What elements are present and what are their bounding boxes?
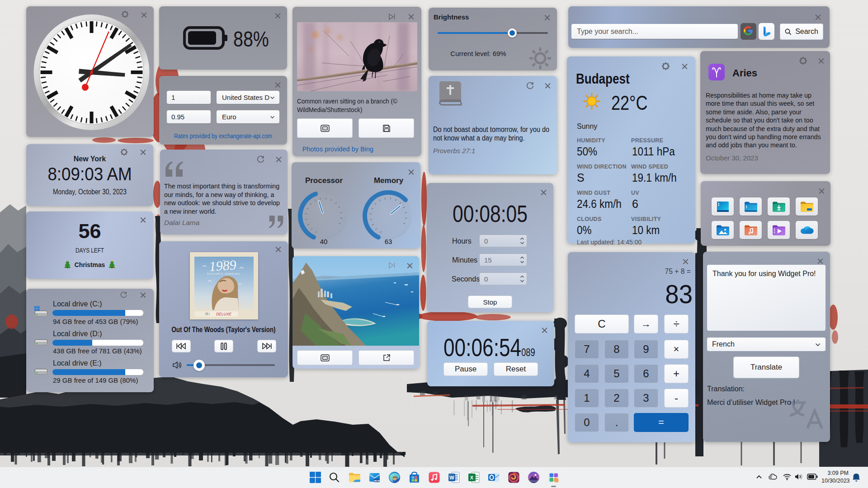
svg-text:NEW: NEW xyxy=(374,479,380,482)
svg-text:X: X xyxy=(470,475,474,480)
svg-text:W: W xyxy=(449,475,454,480)
svg-text:DELUXE: DELUXE xyxy=(216,312,231,316)
svg-text:1989: 1989 xyxy=(208,257,236,274)
svg-text:63: 63 xyxy=(385,238,392,245)
svg-text:TAYLOR'S VERSION: TAYLOR'S VERSION xyxy=(207,272,240,275)
svg-text:40: 40 xyxy=(320,238,328,245)
